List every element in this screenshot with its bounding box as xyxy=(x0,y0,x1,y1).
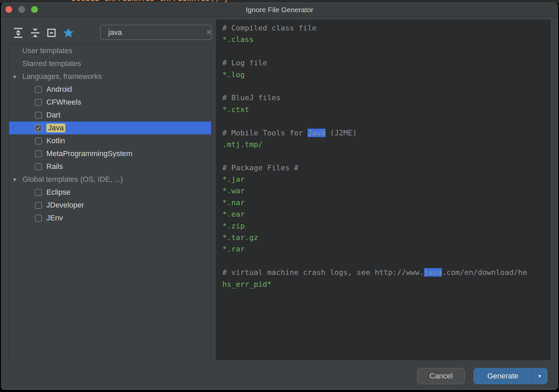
tree-row-label: Global templates (OS, IDE, ...) xyxy=(22,175,123,184)
tree-row-user-templates[interactable]: User templates xyxy=(9,44,211,57)
code-line: *.ear xyxy=(222,209,551,220)
expand-all-icon[interactable] xyxy=(12,27,24,39)
search-match-highlight: java xyxy=(424,268,442,277)
checkbox[interactable] xyxy=(35,112,42,119)
code-line: hs_err_pid* xyxy=(222,279,551,290)
ignore-preview-editor[interactable]: # Compiled class file*.class# Log file*.… xyxy=(216,20,551,360)
code-line xyxy=(222,255,551,267)
code-line: *.rar xyxy=(222,243,551,255)
expand-arrow-icon[interactable]: ▼ xyxy=(12,74,22,80)
checkbox[interactable] xyxy=(35,99,42,106)
generate-button[interactable]: Generate ▼ xyxy=(473,368,547,384)
tree-row-starred-templates[interactable]: Starred templates xyxy=(9,57,211,70)
close-window-button[interactable] xyxy=(5,6,12,13)
ignore-file-generator-dialog: Ignore File Generator ✕ User templatesSt… xyxy=(1,3,558,390)
checkbox[interactable] xyxy=(35,150,42,157)
minimize-window-button[interactable] xyxy=(18,6,25,13)
code-line: *.nar xyxy=(222,197,551,209)
occluded-background-code: DOUBLE CAFFEINATED CAFFEINATED() } xyxy=(72,0,229,3)
window-title: Ignore File Generator xyxy=(1,3,558,17)
zoom-window-button[interactable] xyxy=(31,6,38,13)
tree-row-label: Android xyxy=(46,85,72,94)
tree-row-label: CFWheels xyxy=(46,98,81,107)
tree-row-label: Eclipse xyxy=(46,188,70,197)
code-line: .mtj.tmp/ xyxy=(222,139,551,150)
code-line: *.ctxt xyxy=(222,104,551,115)
code-line: *.tar.gz xyxy=(222,232,551,243)
tree-row-kotlin[interactable]: Kotlin xyxy=(9,134,211,147)
code-line xyxy=(222,115,551,127)
generate-button-label: Generate xyxy=(474,372,532,380)
tree-row-languages-frameworks[interactable]: ▼Languages, frameworks xyxy=(9,70,211,83)
checkbox[interactable] xyxy=(35,202,42,209)
tree-row-global-templates-os-ide[interactable]: ▼Global templates (OS, IDE, ...) xyxy=(9,173,211,186)
checkbox[interactable] xyxy=(35,137,42,145)
tree-row-label: Rails xyxy=(46,162,63,171)
tree-row-metaprogrammingsystem[interactable]: MetaProgrammingSystem xyxy=(9,147,211,160)
tree-row-cfwheels[interactable]: CFWheels xyxy=(9,96,211,109)
checkbox[interactable] xyxy=(35,86,42,93)
tree-row-label: Dart xyxy=(46,111,61,119)
code-line: # Compiled class file xyxy=(222,22,551,34)
cancel-button[interactable]: Cancel xyxy=(417,368,465,384)
tree-row-label: Languages, frameworks xyxy=(22,72,102,81)
tree-row-label: Java xyxy=(46,124,65,132)
title-bar: Ignore File Generator xyxy=(1,3,558,17)
cancel-button-label: Cancel xyxy=(429,372,452,380)
tree-row-jenv[interactable]: JEnv xyxy=(9,212,211,224)
code-line: *.log xyxy=(222,69,551,81)
code-line xyxy=(222,150,551,162)
tree-row-label: JEnv xyxy=(46,214,63,222)
tree-row-android[interactable]: Android xyxy=(9,83,211,96)
unselect-all-icon[interactable] xyxy=(45,27,58,39)
expand-arrow-icon[interactable]: ▼ xyxy=(12,177,22,182)
checkbox[interactable]: ✓ xyxy=(35,125,42,132)
code-line xyxy=(222,81,551,92)
clear-search-icon[interactable]: ✕ xyxy=(206,28,212,37)
tree-row-java[interactable]: ✓Java xyxy=(9,122,211,134)
code-line: # Mobile Tools for Java (J2ME) xyxy=(222,127,551,139)
tree-row-eclipse[interactable]: Eclipse xyxy=(9,186,211,199)
generate-dropdown-icon[interactable]: ▼ xyxy=(532,373,547,379)
collapse-all-icon[interactable] xyxy=(29,27,41,39)
code-line: *.war xyxy=(222,185,551,197)
search-field[interactable]: ✕ xyxy=(100,25,212,40)
code-line: *.zip xyxy=(222,220,551,232)
tree-row-dart[interactable]: Dart xyxy=(9,109,211,122)
code-line: # Log file xyxy=(222,57,551,69)
tree-row-label: MetaProgrammingSystem xyxy=(46,149,132,158)
code-line: *.jar xyxy=(222,174,551,185)
template-tree[interactable]: User templatesStarred templates▼Language… xyxy=(9,43,211,360)
code-line: *.class xyxy=(222,34,551,45)
code-line xyxy=(222,46,551,57)
code-line: # virtual machine crash logs, see http:/… xyxy=(222,267,551,278)
tree-row-jdeveloper[interactable]: JDeveloper xyxy=(9,199,211,212)
tree-row-label: Kotlin xyxy=(46,136,65,145)
search-input[interactable] xyxy=(108,28,206,37)
star-filter-icon[interactable] xyxy=(62,27,74,39)
tree-row-label: Starred templates xyxy=(22,59,81,68)
search-match-highlight: Java xyxy=(308,129,326,137)
checkbox[interactable] xyxy=(35,189,42,196)
tree-row-label: User templates xyxy=(22,46,72,55)
tree-row-label: JDeveloper xyxy=(46,201,84,210)
tree-row-rails[interactable]: Rails xyxy=(9,160,211,173)
checkbox[interactable] xyxy=(35,215,42,222)
checkbox[interactable] xyxy=(35,163,42,170)
code-line: # Package Files # xyxy=(222,162,551,174)
code-line: # BlueJ files xyxy=(222,92,551,104)
